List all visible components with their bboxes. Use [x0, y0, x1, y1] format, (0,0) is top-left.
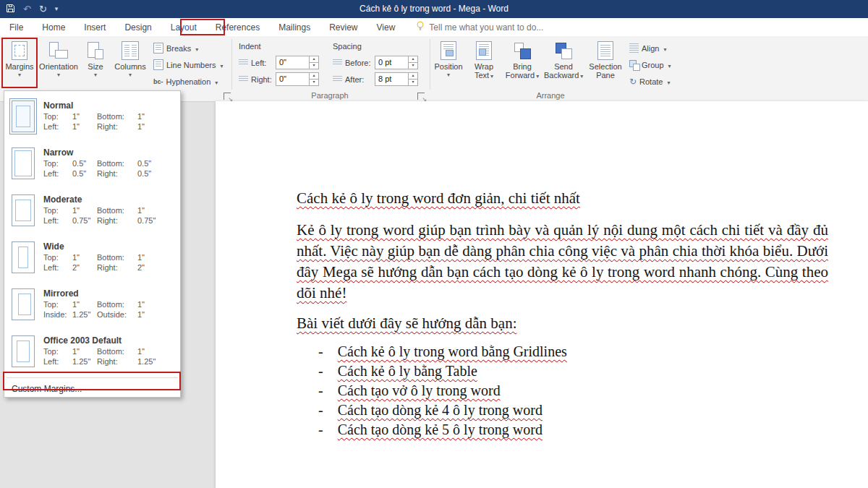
margin-preview-icon — [12, 241, 35, 273]
tab-layout[interactable]: Layout — [161, 18, 206, 36]
margin-option-text: Mirrored Top:1"Bottom:1" Inside:1.25"Out… — [43, 288, 180, 320]
tab-design[interactable]: Design — [115, 18, 161, 36]
position-button[interactable]: Position — [433, 38, 464, 89]
tab-file[interactable]: File — [0, 18, 33, 36]
undo-icon[interactable]: ↶ — [23, 4, 31, 14]
orientation-label: Orientation — [38, 62, 80, 71]
hyphenation-button[interactable]: bc- Hyphenation — [153, 74, 218, 89]
margin-value: 2" — [137, 262, 168, 273]
chevron-down-icon — [667, 61, 671, 69]
spinner-buttons[interactable] — [309, 73, 318, 85]
margin-option-narrow[interactable]: Narrow Top:0.5"Bottom:0.5" Left:0.5"Righ… — [4, 140, 180, 187]
orientation-button[interactable]: Orientation — [38, 38, 80, 89]
tab-review[interactable]: Review — [320, 18, 367, 36]
chevron-down-icon — [665, 77, 670, 86]
margins-button[interactable]: Margins — [3, 38, 36, 89]
document-page[interactable]: Cách kẻ ô ly trong word đơn giản, chi ti… — [216, 101, 868, 488]
margins-label: Margins — [3, 62, 36, 71]
indent-left-icon — [239, 59, 248, 66]
list-item-text: Cách kẻ ô ly trong word bằng Gridlines — [338, 342, 567, 361]
size-button[interactable]: Size — [81, 38, 110, 89]
rotate-button[interactable]: ↻ Rotate — [629, 74, 671, 89]
spin-down-icon[interactable] — [310, 80, 318, 85]
spin-up-icon[interactable] — [409, 56, 417, 63]
margin-label: Top: — [43, 299, 72, 309]
indent-right-label: Right: — [251, 75, 273, 84]
margin-option-moderate[interactable]: Moderate Top:1"Bottom:1" Left:0.75"Right… — [4, 187, 180, 234]
margin-option-normal[interactable]: Normal Top:1"Bottom:1" Left:1"Right:1" — [4, 93, 180, 140]
margin-option-name: Mirrored — [43, 288, 180, 299]
margin-option-office-2003[interactable]: Office 2003 Default Top:1"Bottom:1" Left… — [4, 328, 180, 374]
chevron-down-icon — [662, 44, 666, 53]
chevron-down-icon — [535, 71, 539, 80]
tell-me-box[interactable]: Tell me what you want to do... — [404, 18, 543, 36]
paragraph-group: Indent Spacing Left: 0" Right: 0" Before… — [233, 36, 427, 90]
line-numbers-button[interactable]: Line Numbers — [153, 57, 224, 72]
align-button[interactable]: Align — [629, 40, 666, 56]
spinner-buttons[interactable] — [309, 56, 318, 69]
margin-label: Bottom: — [97, 111, 137, 121]
columns-button[interactable]: Columns — [111, 38, 149, 89]
custom-margins-item[interactable]: Custom Margins... — [4, 381, 180, 397]
group-button[interactable]: Group — [629, 57, 671, 72]
margin-label: Top: — [43, 158, 72, 168]
indent-left-field[interactable]: 0" — [276, 56, 319, 69]
margin-option-mirrored[interactable]: Mirrored Top:1"Bottom:1" Inside:1.25"Out… — [4, 281, 180, 328]
margin-preview-icon — [12, 288, 35, 320]
spin-up-icon[interactable] — [409, 73, 417, 80]
spacing-after-field[interactable]: 8 pt — [375, 72, 418, 86]
send-backward-button[interactable]: Send Backward — [544, 38, 583, 89]
margin-label: Left: — [43, 168, 72, 179]
spacing-after-value: 8 pt — [375, 73, 408, 85]
line-numbers-icon — [153, 59, 163, 70]
margin-label: Top: — [43, 346, 72, 356]
spin-down-icon[interactable] — [409, 80, 417, 85]
tab-references[interactable]: References — [206, 18, 269, 36]
indent-right-field[interactable]: 0" — [276, 72, 319, 86]
margin-label: Bottom: — [97, 205, 137, 215]
margin-value: 1" — [72, 121, 97, 132]
repeat-icon[interactable]: ↻ — [39, 4, 47, 14]
page-setup-dialog-launcher-icon[interactable] — [224, 93, 231, 100]
spin-down-icon[interactable] — [310, 63, 318, 69]
size-icon — [87, 39, 104, 62]
spin-down-icon[interactable] — [409, 63, 417, 69]
spin-up-icon[interactable] — [310, 73, 318, 80]
columns-icon — [122, 39, 139, 62]
margins-dropdown-menu: Normal Top:1"Bottom:1" Left:1"Right:1" N… — [4, 90, 181, 398]
wrap-text-button[interactable]: Wrap Text — [467, 38, 501, 89]
customize-qat-icon[interactable]: ▾ — [55, 4, 59, 14]
margin-value: 0.75" — [72, 215, 97, 226]
spinner-buttons[interactable] — [408, 73, 417, 85]
margin-option-text: Office 2003 Default Top:1"Bottom:1" Left… — [43, 335, 180, 367]
group-objects-icon — [629, 60, 639, 69]
margin-option-wide[interactable]: Wide Top:1"Bottom:1" Left:2"Right:2" — [4, 234, 180, 281]
margin-label: Right: — [97, 168, 137, 179]
tab-view[interactable]: View — [367, 18, 405, 36]
tab-insert[interactable]: Insert — [75, 18, 115, 36]
indent-left-row: Left: 0" — [239, 56, 319, 69]
save-icon[interactable] — [6, 3, 15, 16]
send-backward-icon — [555, 39, 572, 62]
tab-mailings[interactable]: Mailings — [269, 18, 320, 36]
spinner-buttons[interactable] — [408, 56, 417, 69]
margin-value: 1" — [72, 252, 97, 262]
spacing-before-field[interactable]: 0 pt — [375, 56, 418, 69]
group-divider — [430, 39, 430, 90]
indent-left-value: 0" — [276, 56, 309, 69]
margin-label: Left: — [43, 215, 72, 226]
indent-right-value: 0" — [276, 73, 309, 85]
margin-label: Inside: — [43, 309, 72, 320]
spacing-before-label: Before: — [345, 59, 372, 67]
orientation-icon — [48, 39, 69, 62]
breaks-button[interactable]: Breaks — [153, 40, 198, 56]
margin-label: Right: — [97, 356, 137, 367]
selection-pane-button[interactable]: Selection Pane — [586, 38, 625, 89]
bring-forward-button[interactable]: Bring Forward — [503, 38, 541, 89]
list-item: Cách kẻ ô ly trong word bằng Gridlines — [318, 342, 828, 361]
selection-pane-icon — [597, 39, 613, 62]
spin-up-icon[interactable] — [310, 56, 318, 63]
tab-home[interactable]: Home — [33, 18, 75, 36]
margin-label: Bottom: — [97, 158, 137, 168]
list-item: Cách tạo dòng kẻ 5 ô ly trong word — [318, 420, 828, 440]
